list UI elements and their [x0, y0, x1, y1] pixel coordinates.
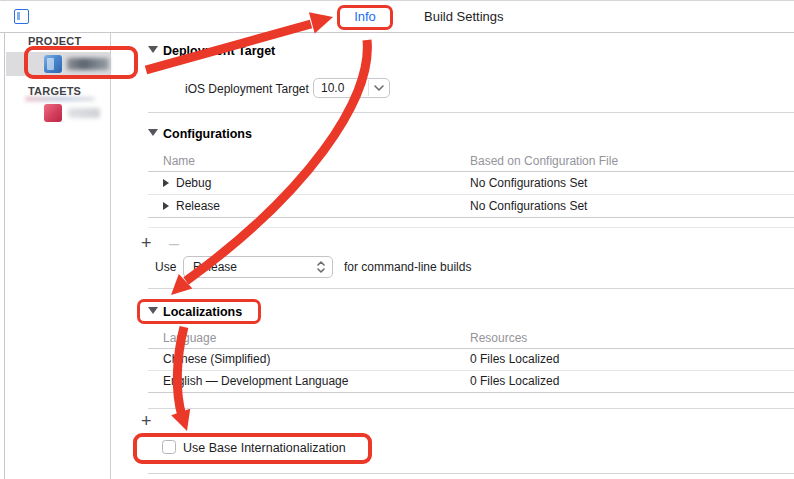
- bottom-divider: [148, 473, 794, 474]
- loc-row-resources: 0 Files Localized: [470, 352, 559, 366]
- deployment-section-title: Deployment Target: [163, 44, 275, 58]
- sidebar-item-project[interactable]: [6, 52, 110, 76]
- add-localization-button[interactable]: +: [141, 412, 152, 430]
- chevron-down-icon[interactable]: [368, 80, 388, 96]
- configurations-section-title: Configurations: [163, 127, 252, 141]
- use-base-internationalization-checkbox[interactable]: [162, 440, 176, 454]
- project-file-icon: [44, 55, 62, 73]
- target-icon: [44, 104, 62, 122]
- localizations-disclosure-icon[interactable]: [148, 307, 158, 314]
- table-border: [148, 217, 794, 218]
- add-configuration-button[interactable]: +: [141, 234, 152, 252]
- table-row[interactable]: Chinese (Simplified) 0 Files Localized: [148, 349, 794, 370]
- xcode-project-editor: Info Build Settings PROJECT TARGETS Depl…: [0, 0, 794, 479]
- project-name-redacted: [67, 58, 109, 70]
- tab-info[interactable]: Info: [340, 1, 390, 33]
- sidebar-item-target[interactable]: [6, 101, 110, 125]
- editor-tab-bar: Info Build Settings: [0, 1, 794, 33]
- row-disclosure-icon[interactable]: [163, 179, 169, 187]
- config-row-based-on: No Configurations Set: [470, 176, 587, 190]
- navigator-edge-divider: [4, 0, 5, 479]
- sidebar-targets-heading: TARGETS: [28, 85, 81, 97]
- table-row[interactable]: Debug No Configurations Set: [148, 172, 794, 194]
- popup-stepper-icon: [315, 259, 327, 275]
- related-items-icon[interactable]: [14, 9, 29, 24]
- target-name-redacted: [68, 108, 100, 118]
- command-line-config-popup[interactable]: Release: [183, 256, 333, 278]
- table-border: [148, 392, 794, 393]
- section-divider: [148, 288, 794, 289]
- config-row-name: Debug: [176, 176, 211, 190]
- sidebar-project-heading: PROJECT: [28, 35, 81, 47]
- loc-col-resources: Resources: [470, 331, 527, 345]
- use-base-internationalization-label[interactable]: Use Base Internationalization: [183, 441, 346, 455]
- localizations-section-title: Localizations: [163, 305, 242, 319]
- loc-row-language: Chinese (Simplified): [163, 352, 270, 366]
- row-disclosure-icon[interactable]: [163, 202, 169, 210]
- table-row[interactable]: Release No Configurations Set: [148, 195, 794, 217]
- remove-configuration-button[interactable]: –: [169, 234, 179, 252]
- tab-build-settings[interactable]: Build Settings: [424, 1, 504, 33]
- config-col-name: Name: [163, 154, 195, 168]
- ios-deployment-target-combobox[interactable]: 10.0: [313, 78, 390, 98]
- configurations-disclosure-icon[interactable]: [148, 129, 158, 136]
- sidebar-divider: [110, 33, 111, 479]
- table-row[interactable]: English — Development Language 0 Files L…: [148, 371, 794, 392]
- table-footer-line: [148, 227, 794, 228]
- loc-row-language: English — Development Language: [163, 374, 348, 388]
- loc-col-language: Language: [163, 331, 216, 345]
- config-row-based-on: No Configurations Set: [470, 199, 587, 213]
- command-line-suffix-label: for command-line builds: [344, 260, 471, 274]
- table-footer-line: [148, 408, 794, 409]
- section-divider: [148, 112, 794, 113]
- deployment-disclosure-icon[interactable]: [148, 46, 158, 53]
- use-prefix-label: Use: [155, 260, 176, 274]
- config-col-based-on: Based on Configuration File: [470, 154, 618, 168]
- ios-deployment-target-value: 10.0: [321, 79, 344, 97]
- command-line-config-value: Release: [193, 257, 237, 277]
- config-row-name: Release: [176, 199, 220, 213]
- loc-row-resources: 0 Files Localized: [470, 374, 559, 388]
- ios-deployment-target-label: iOS Deployment Target: [185, 82, 309, 96]
